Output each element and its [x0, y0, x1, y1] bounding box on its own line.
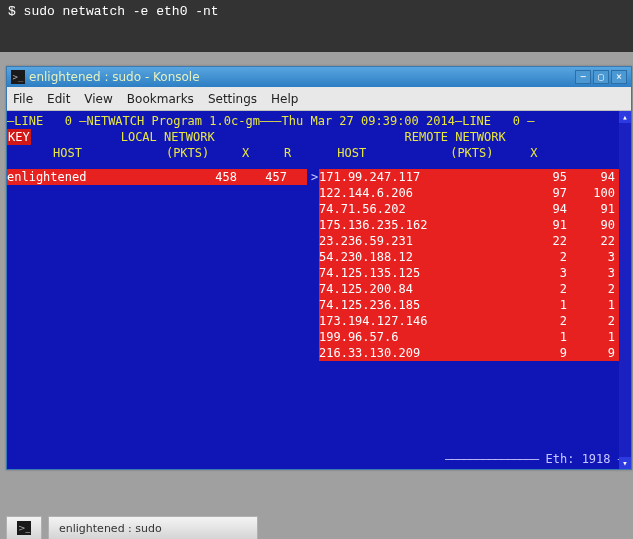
col-header-pkts-local: (PKTS)	[166, 145, 209, 161]
remote-pkts: 91	[507, 217, 567, 233]
remote-x: 90	[567, 217, 615, 233]
local-x: 457	[237, 169, 287, 185]
maximize-button[interactable]: ▢	[593, 70, 609, 84]
taskbar: >_ enlightened : sudo	[6, 515, 258, 539]
remote-x: 100	[567, 185, 615, 201]
remote-host: 199.96.57.6	[319, 329, 507, 345]
col-header-x-remote: X	[494, 145, 538, 161]
terminal-scrollbar[interactable]: ▴ ▾	[619, 111, 631, 469]
remote-host: 173.194.127.146	[319, 313, 507, 329]
menu-file[interactable]: File	[13, 92, 33, 106]
taskbar-launcher-button[interactable]: >_	[6, 516, 42, 539]
remote-pkts: 94	[507, 201, 567, 217]
col-header-pkts-remote: (PKTS)	[450, 145, 493, 161]
remote-x: 22	[567, 233, 615, 249]
taskbar-task-label: enlightened : sudo	[59, 522, 162, 535]
remote-x: 91	[567, 201, 615, 217]
program-header-line: —LINE 0 —NETWATCH Program 1.0c-gm———Thu …	[7, 113, 631, 129]
remote-host: 216.33.130.209	[319, 345, 507, 361]
remote-row: 122.144.6.20697100	[319, 185, 619, 201]
minimize-button[interactable]: −	[575, 70, 591, 84]
remote-pkts: 95	[507, 169, 567, 185]
close-button[interactable]: ×	[611, 70, 627, 84]
column-headers-row: HOST (PKTS) X R HOST (PKTS) X	[7, 145, 631, 161]
desktop-area: >_ enlightened : sudo - Konsole − ▢ × Fi…	[0, 52, 633, 539]
window-title: enlightened : sudo - Konsole	[29, 70, 573, 84]
remote-row: 74.71.56.2029491	[319, 201, 619, 217]
local-row: enlightened 458 457	[7, 169, 307, 185]
remote-pkts: 3	[507, 265, 567, 281]
remote-x: 3	[567, 249, 615, 265]
remote-row: 171.99.247.1179594	[319, 169, 619, 185]
remote-row: 216.33.130.20999	[319, 345, 619, 361]
footer-eth-value: 1918	[582, 452, 611, 466]
menubar: File Edit View Bookmarks Settings Help	[7, 87, 631, 111]
remote-pkts: 22	[507, 233, 567, 249]
scroll-down-button[interactable]: ▾	[619, 457, 631, 469]
remote-network-label: REMOTE NETWORK	[405, 129, 506, 145]
arrow-icon: >	[311, 169, 318, 185]
window-titlebar[interactable]: >_ enlightened : sudo - Konsole − ▢ ×	[7, 67, 631, 87]
remote-host: 171.99.247.117	[319, 169, 507, 185]
taskbar-task[interactable]: enlightened : sudo	[48, 516, 258, 539]
scroll-up-button[interactable]: ▴	[619, 111, 631, 123]
remote-pkts: 1	[507, 297, 567, 313]
remote-host: 122.144.6.206	[319, 185, 507, 201]
remote-row: 54.230.188.1223	[319, 249, 619, 265]
remote-row: 199.96.57.611	[319, 329, 619, 345]
command-text: $ sudo netwatch -e eth0 -nt	[8, 4, 219, 19]
remote-pkts: 2	[507, 313, 567, 329]
terminal-screen[interactable]: —LINE 0 —NETWATCH Program 1.0c-gm———Thu …	[7, 111, 631, 469]
remote-pkts: 97	[507, 185, 567, 201]
local-host: enlightened	[7, 169, 177, 185]
col-header-r: R	[249, 145, 291, 161]
local-pkts: 458	[177, 169, 237, 185]
terminal-icon: >_	[17, 521, 31, 535]
footer-eth-label: Eth:	[545, 452, 574, 466]
col-header-x-local: X	[209, 145, 249, 161]
konsole-window: >_ enlightened : sudo - Konsole − ▢ × Fi…	[6, 66, 632, 470]
remote-x: 2	[567, 313, 615, 329]
remote-host: 74.125.236.185	[319, 297, 507, 313]
remote-row: 74.125.200.8422	[319, 281, 619, 297]
col-header-host-remote: HOST	[337, 145, 366, 161]
status-line: ——————————————— Eth: 1918 —	[445, 451, 625, 467]
remote-host: 74.71.56.202	[319, 201, 507, 217]
remote-host: 74.125.135.125	[319, 265, 507, 281]
remote-row: 74.125.135.12533	[319, 265, 619, 281]
remote-pkts: 2	[507, 281, 567, 297]
remote-row: 23.236.59.2312222	[319, 233, 619, 249]
remote-host: 54.230.188.12	[319, 249, 507, 265]
menu-edit[interactable]: Edit	[47, 92, 70, 106]
menu-bookmarks[interactable]: Bookmarks	[127, 92, 194, 106]
command-prompt: $ sudo netwatch -e eth0 -nt	[0, 0, 633, 52]
section-labels-row: KEY LOCAL NETWORK REMOTE NETWORK	[7, 129, 631, 145]
col-header-host-local: HOST	[53, 145, 82, 161]
menu-help[interactable]: Help	[271, 92, 298, 106]
remote-host: 175.136.235.162	[319, 217, 507, 233]
remote-block: 171.99.247.1179594122.144.6.2069710074.7…	[319, 169, 619, 361]
terminal-icon: >_	[11, 70, 25, 84]
remote-x: 2	[567, 281, 615, 297]
local-network-label: LOCAL NETWORK	[121, 129, 215, 145]
remote-host: 23.236.59.231	[319, 233, 507, 249]
remote-pkts: 1	[507, 329, 567, 345]
remote-pkts: 2	[507, 249, 567, 265]
remote-row: 173.194.127.14622	[319, 313, 619, 329]
key-label: KEY	[7, 129, 31, 145]
remote-x: 9	[567, 345, 615, 361]
menu-view[interactable]: View	[84, 92, 112, 106]
menu-settings[interactable]: Settings	[208, 92, 257, 106]
remote-row: 74.125.236.18511	[319, 297, 619, 313]
remote-x: 94	[567, 169, 615, 185]
remote-x: 1	[567, 329, 615, 345]
remote-x: 3	[567, 265, 615, 281]
remote-x: 1	[567, 297, 615, 313]
remote-pkts: 9	[507, 345, 567, 361]
remote-host: 74.125.200.84	[319, 281, 507, 297]
remote-row: 175.136.235.1629190	[319, 217, 619, 233]
